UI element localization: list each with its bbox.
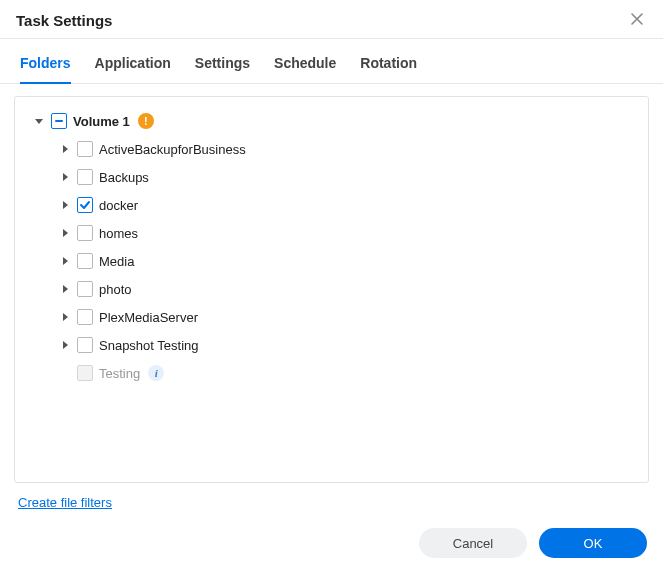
tree-row[interactable]: Backups: [23, 163, 640, 191]
task-settings-dialog: Task Settings FoldersApplicationSettings…: [0, 0, 663, 572]
caret-right-icon[interactable]: [59, 143, 71, 155]
link-row: Create file filters: [14, 483, 649, 514]
tree-row[interactable]: ActiveBackupforBusiness: [23, 135, 640, 163]
create-file-filters-link[interactable]: Create file filters: [18, 495, 112, 510]
dialog-body: Volume 1!ActiveBackupforBusinessBackupsd…: [0, 84, 663, 514]
tree-row-label: ActiveBackupforBusiness: [99, 142, 246, 157]
tree-row[interactable]: photo: [23, 275, 640, 303]
checkbox[interactable]: [77, 197, 93, 213]
checkbox[interactable]: [77, 309, 93, 325]
caret-down-icon[interactable]: [33, 115, 45, 127]
caret-right-icon[interactable]: [59, 199, 71, 211]
checkbox[interactable]: [77, 169, 93, 185]
checkbox[interactable]: [77, 253, 93, 269]
tab-settings[interactable]: Settings: [195, 51, 250, 83]
tab-application[interactable]: Application: [95, 51, 171, 83]
dialog-title: Task Settings: [16, 12, 112, 29]
tree-row-label: Backups: [99, 170, 149, 185]
checkbox[interactable]: [77, 141, 93, 157]
close-button[interactable]: [627, 10, 647, 30]
checkbox: [77, 365, 93, 381]
tree-row: Testingi: [23, 359, 640, 387]
tree-row-label: photo: [99, 282, 132, 297]
caret-right-icon[interactable]: [59, 311, 71, 323]
tree-root-row[interactable]: Volume 1!: [23, 107, 640, 135]
dialog-footer: Cancel OK: [0, 514, 663, 572]
tab-bar: FoldersApplicationSettingsScheduleRotati…: [0, 39, 663, 84]
tab-schedule[interactable]: Schedule: [274, 51, 336, 83]
close-icon: [630, 12, 644, 29]
tree-row[interactable]: PlexMediaServer: [23, 303, 640, 331]
ok-button[interactable]: OK: [539, 528, 647, 558]
caret-right-icon[interactable]: [59, 255, 71, 267]
tree-row-label: Media: [99, 254, 134, 269]
caret-right-icon[interactable]: [59, 227, 71, 239]
checkbox[interactable]: [77, 281, 93, 297]
tree-row-label: homes: [99, 226, 138, 241]
folder-tree: Volume 1!ActiveBackupforBusinessBackupsd…: [14, 96, 649, 483]
caret-right-icon[interactable]: [59, 339, 71, 351]
tree-row[interactable]: Media: [23, 247, 640, 275]
tree-row-label: docker: [99, 198, 138, 213]
tree-row[interactable]: docker: [23, 191, 640, 219]
caret-right-icon[interactable]: [59, 283, 71, 295]
tree-row[interactable]: Snapshot Testing: [23, 331, 640, 359]
tree-row[interactable]: homes: [23, 219, 640, 247]
checkbox[interactable]: [77, 225, 93, 241]
checkbox[interactable]: [77, 337, 93, 353]
tree-row-label: Snapshot Testing: [99, 338, 199, 353]
tab-rotation[interactable]: Rotation: [360, 51, 417, 83]
info-icon: i: [148, 365, 164, 381]
checkbox[interactable]: [51, 113, 67, 129]
caret-right-icon[interactable]: [59, 171, 71, 183]
cancel-button[interactable]: Cancel: [419, 528, 527, 558]
tab-folders[interactable]: Folders: [20, 51, 71, 83]
warning-icon: !: [138, 113, 154, 129]
tree-root-label: Volume 1: [73, 114, 130, 129]
tree-row-label: PlexMediaServer: [99, 310, 198, 325]
tree-row-label: Testing: [99, 366, 140, 381]
titlebar: Task Settings: [0, 0, 663, 38]
